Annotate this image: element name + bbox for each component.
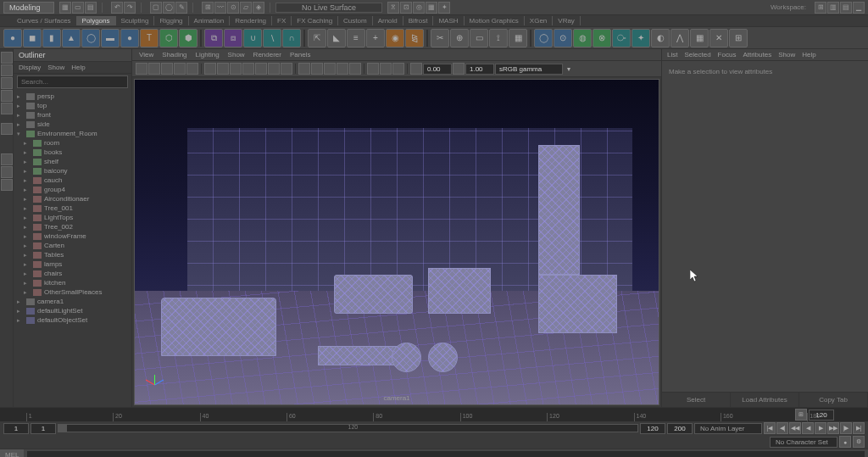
vp-menu-renderer[interactable]: Renderer — [253, 51, 281, 59]
outliner-item-othersmallpieaces[interactable]: ▸OtherSmallPieaces — [15, 287, 130, 297]
shelf-tab-custom[interactable]: Custom — [338, 16, 373, 25]
merge-icon[interactable]: ⊗ — [593, 29, 611, 47]
attr-menu-show[interactable]: Show — [778, 51, 795, 59]
sculpt-icon[interactable]: ✦ — [632, 29, 650, 47]
shelf-tab-vray[interactable]: VRay — [553, 16, 581, 25]
save-scene-icon[interactable]: ▤ — [85, 2, 97, 14]
range-handle[interactable] — [58, 425, 67, 432]
symmetry-icon[interactable]: ⧖ — [387, 2, 399, 14]
vp-grid-icon[interactable] — [204, 63, 216, 75]
outliner-item-tree_001[interactable]: ▸Tree_001 — [15, 203, 130, 213]
bevel-icon[interactable]: ◣ — [327, 29, 346, 47]
poly-plane-icon[interactable]: ▬ — [101, 29, 120, 47]
attr-menu-focus[interactable]: Focus — [718, 51, 737, 59]
vp-safe-action-icon[interactable] — [268, 63, 280, 75]
xray-icon[interactable]: ▦ — [426, 2, 437, 14]
end-frame-field[interactable] — [667, 423, 693, 434]
crease-icon[interactable]: ⋀ — [670, 29, 689, 47]
boolean-intersect-icon[interactable]: ∩ — [282, 29, 301, 47]
outliner-item-side[interactable]: ▸side — [15, 120, 130, 129]
mirror-icon[interactable]: ⧎ — [405, 29, 424, 47]
vp-use-lights-icon[interactable] — [337, 63, 348, 75]
boolean-diff-icon[interactable]: ∖ — [263, 29, 281, 47]
outliner-item-kitchen[interactable]: ▸kitchen — [15, 278, 130, 287]
viewport[interactable]: camera1 — [134, 79, 659, 405]
prev-key-icon[interactable]: ◀◀ — [789, 422, 801, 434]
poly-torus-icon[interactable]: ◯ — [81, 29, 100, 47]
poly-cube-icon[interactable]: ◼ — [23, 29, 42, 47]
panel2-icon[interactable]: ▤ — [840, 2, 852, 14]
snap-point-icon[interactable]: ⊙ — [227, 2, 239, 14]
multicut-icon[interactable]: ✂ — [431, 29, 449, 47]
poly-prism-icon[interactable]: ⬢ — [179, 29, 198, 47]
shelf-tab-xgen[interactable]: XGen — [525, 16, 553, 25]
live-surface-field[interactable]: No Live Surface — [275, 3, 382, 13]
vp-exposure-field[interactable] — [423, 64, 452, 75]
vp-exposure-icon[interactable] — [410, 63, 422, 75]
shelf-tab-curves-surfaces[interactable]: Curves / Surfaces — [12, 16, 77, 25]
vp-menu-panels[interactable]: Panels — [290, 51, 310, 59]
outliner-item-top[interactable]: ▸top — [15, 101, 130, 110]
layout-icon[interactable]: ⊞ — [815, 2, 826, 14]
outliner-item-balcony[interactable]: ▸balcony — [15, 166, 130, 176]
vp-xray-icon[interactable] — [380, 63, 392, 75]
snap-curve-icon[interactable]: 〰 — [214, 2, 226, 14]
vp-select-cam-icon[interactable] — [136, 63, 147, 75]
shelf-tab-fx[interactable]: FX — [272, 16, 292, 25]
outliner-item-persp[interactable]: ▸persp — [15, 92, 130, 101]
cmd-lang-label[interactable]: MEL — [0, 449, 24, 457]
rotate-tool[interactable] — [1, 90, 13, 102]
outliner-menu-display[interactable]: Display — [19, 64, 41, 71]
vp-bookmark-icon[interactable] — [148, 63, 160, 75]
vp-gate-mask-icon[interactable] — [242, 63, 254, 75]
shelf-tab-fx-caching[interactable]: FX Caching — [292, 16, 338, 25]
attr-btn-select[interactable]: Select — [662, 393, 731, 407]
range-end-field[interactable] — [640, 423, 665, 434]
shelf-tab-polygons[interactable]: Polygons — [77, 16, 116, 25]
range-start-field[interactable] — [31, 423, 56, 434]
poly-sphere-icon[interactable]: ● — [3, 29, 22, 47]
outliner-item-room[interactable]: ▸room — [15, 138, 130, 148]
outliner-item-defaultlightset[interactable]: ▸defaultLightSet — [15, 306, 130, 315]
construction-icon[interactable]: ⊡ — [400, 2, 412, 14]
vp-menu-show[interactable]: Show — [228, 51, 245, 59]
lasso-tool-icon[interactable]: ◯ — [163, 2, 175, 14]
outliner-menu-show[interactable]: Show — [47, 64, 64, 71]
separate-icon[interactable]: ⧈ — [224, 29, 242, 47]
autokey-icon[interactable]: ● — [839, 436, 851, 448]
shelf-tab-motion-graphics[interactable]: Motion Graphics — [465, 16, 525, 25]
snap-plane-icon[interactable]: ▱ — [240, 2, 252, 14]
poly-cone-icon[interactable]: ▲ — [62, 29, 81, 47]
redo-icon[interactable]: ↷ — [124, 2, 136, 14]
svg-icon[interactable]: ⬡ — [159, 29, 178, 47]
shelf-tab-rendering[interactable]: Rendering — [230, 16, 272, 25]
select-tool-icon[interactable]: ▢ — [150, 2, 162, 14]
new-scene-icon[interactable]: ▦ — [59, 2, 71, 14]
cmd-input[interactable] — [27, 451, 865, 458]
attr-menu-attributes[interactable]: Attributes — [743, 51, 771, 59]
ruler-menu-icon[interactable]: ⊞ — [795, 409, 807, 421]
shelf-tab-rigging[interactable]: Rigging — [154, 16, 188, 25]
step-fwd-icon[interactable]: |▶ — [840, 422, 852, 434]
target-weld-icon[interactable]: ⊕ — [450, 29, 469, 47]
outliner-item-front[interactable]: ▸front — [15, 110, 130, 120]
step-back-icon[interactable]: ◀| — [776, 422, 788, 434]
go-end-icon[interactable]: ▶| — [853, 422, 865, 434]
collapse-icon[interactable]: ⊙ — [554, 29, 572, 47]
vp-grease-icon[interactable] — [186, 63, 198, 75]
attr-menu-selected[interactable]: Selected — [684, 51, 710, 59]
vp-res-gate-icon[interactable] — [230, 63, 242, 75]
vp-2d-pan-icon[interactable] — [174, 63, 186, 75]
quad-draw-icon[interactable]: ▦ — [509, 29, 527, 47]
isolate-icon[interactable]: ◎ — [413, 2, 425, 14]
time-ruler[interactable]: ⊞ 120406080100120140160180 — [0, 408, 868, 421]
vp-gamma-field[interactable] — [465, 64, 494, 75]
vp-smooth-shade-icon[interactable] — [311, 63, 323, 75]
snap-live-icon[interactable]: ◈ — [253, 2, 264, 14]
vp-xray-joints-icon[interactable] — [392, 63, 404, 75]
start-frame-field[interactable] — [3, 423, 29, 434]
outliner-item-tables[interactable]: ▸Tables — [15, 250, 130, 259]
vp-color-mgmt-dropdown[interactable]: sRGB gamma — [495, 64, 563, 75]
shelf-tab-bifrost[interactable]: Bifrost — [403, 16, 434, 25]
range-bar[interactable]: 120 — [58, 424, 638, 432]
